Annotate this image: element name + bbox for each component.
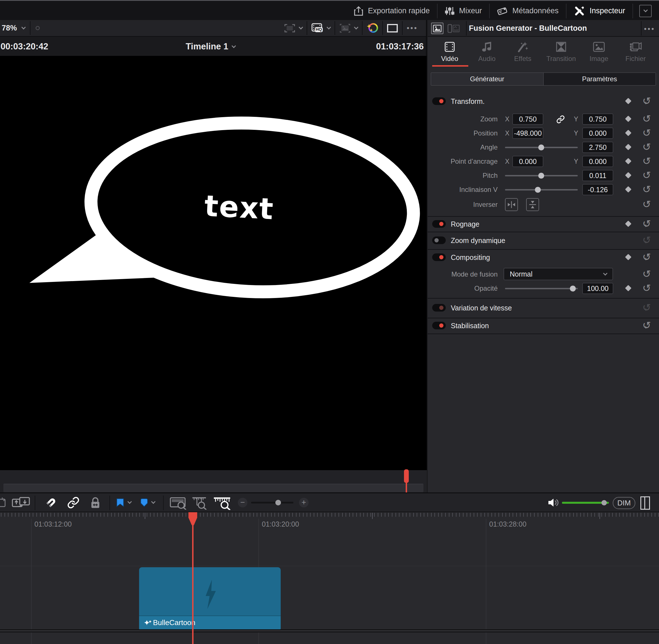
detail-zoom-button[interactable] (191, 493, 208, 512)
reset-section-button[interactable]: ↺+ (641, 251, 652, 263)
keyframe-diamond-icon[interactable] (625, 221, 632, 227)
timeline-tracks[interactable]: ✦✦ BulleCartoon (0, 532, 659, 644)
subtab-generator[interactable]: Générateur (431, 73, 544, 85)
volume-slider[interactable] (562, 502, 609, 504)
keyframe-diamond-icon[interactable] (625, 116, 632, 122)
tab-image[interactable]: Image (580, 37, 618, 67)
safe-area-button[interactable] (383, 20, 402, 36)
slider-knob[interactable] (602, 500, 607, 505)
tab-audio[interactable]: Audio (468, 37, 506, 67)
snapping-button[interactable] (45, 493, 57, 512)
keyframe-diamond-icon[interactable] (625, 130, 632, 136)
opacity-slider[interactable] (505, 288, 578, 289)
color-viewer-button[interactable] (362, 20, 382, 36)
yaw-input[interactable]: -0.126 (582, 184, 613, 195)
reset-button[interactable]: ↺ (641, 127, 652, 139)
keyframe-diamond-icon[interactable] (625, 285, 632, 292)
mixer-button[interactable]: Mixeur (438, 1, 489, 21)
mixer-panel-button[interactable] (640, 497, 650, 510)
reset-button[interactable]: ↺ (641, 268, 652, 280)
viewer-canvas[interactable]: text (0, 56, 427, 470)
tab-video[interactable]: Vidéo (430, 37, 469, 67)
dynamic-zoom-toggle[interactable] (432, 236, 446, 244)
tab-effects[interactable]: Effets (503, 37, 542, 67)
link-xy-icon[interactable] (556, 115, 565, 123)
pitch-input[interactable]: 0.011 (582, 170, 613, 181)
reset-button[interactable]: ↺ (641, 199, 652, 210)
viewer-options-button[interactable]: ••• (403, 20, 422, 36)
viewer-scrubber[interactable] (3, 484, 423, 492)
viewer-scale-menu[interactable] (280, 20, 307, 36)
timeline-zoom-slider[interactable] (251, 502, 293, 503)
zoom-y-input[interactable]: 0.750 (582, 113, 613, 125)
viewer-playhead[interactable] (404, 469, 409, 483)
dim-button[interactable]: DIM (613, 497, 635, 509)
timeline-view-button[interactable] (0, 493, 6, 512)
full-extent-zoom-button[interactable] (169, 493, 187, 512)
blend-mode-select[interactable]: Normal (503, 268, 613, 280)
mute-button[interactable] (548, 493, 559, 512)
keyframe-diamond-icon[interactable] (625, 186, 632, 193)
crop-toggle[interactable] (432, 220, 446, 228)
reset-section-button[interactable]: ↺+ (641, 95, 652, 107)
zoom-out-button[interactable]: − (238, 498, 248, 507)
compositing-toggle[interactable] (432, 253, 446, 261)
reset-section-button[interactable]: ↺+ (641, 302, 652, 313)
tab-transition[interactable]: Transition (542, 37, 580, 67)
metadata-button[interactable]: Métadonnées (490, 1, 566, 21)
linked-selection-button[interactable] (67, 493, 79, 512)
reset-button[interactable]: ↺ (641, 113, 652, 124)
split-inspector-toggle[interactable] (446, 23, 461, 34)
reset-section-button[interactable]: ↺+ (641, 234, 652, 246)
viewer-zoom-select[interactable]: 78% (2, 20, 25, 36)
clip-inspector-toggle[interactable] (431, 23, 444, 34)
reset-button[interactable]: ↺ (641, 184, 652, 195)
inspector-button[interactable]: Inspecteur (566, 1, 633, 21)
position-x-input[interactable]: -498.000 (512, 128, 543, 139)
keyframe-diamond-icon[interactable] (625, 98, 632, 105)
zoom-in-button[interactable]: + (299, 498, 309, 507)
keyframe-diamond-icon[interactable] (625, 158, 632, 164)
slider-knob[interactable] (275, 500, 281, 505)
proxy-quality-menu[interactable]: HQ (307, 20, 335, 36)
flip-vertical-button[interactable] (526, 198, 539, 211)
timeline-selector[interactable]: Timeline 1 (186, 37, 235, 56)
reset-button[interactable]: ↺ (641, 141, 652, 153)
viewer-overlay-menu[interactable] (335, 20, 362, 36)
keyframe-diamond-icon[interactable] (625, 254, 632, 260)
quick-export-button[interactable]: Exportation rapide (347, 1, 437, 21)
stabilization-toggle[interactable] (432, 322, 446, 329)
yaw-slider[interactable] (505, 189, 578, 190)
slider-knob[interactable] (538, 144, 544, 151)
timeline-clip[interactable]: ✦✦ BulleCartoon (139, 567, 281, 629)
transform-toggle[interactable] (432, 97, 446, 105)
slider-knob[interactable] (535, 187, 541, 193)
opacity-input[interactable]: 100.00 (582, 283, 613, 294)
swap-timeline-button[interactable] (11, 493, 31, 512)
inspector-more-button[interactable]: ••• (644, 25, 655, 33)
anchor-x-input[interactable]: 0.000 (512, 156, 543, 167)
reset-button[interactable]: ↺ (641, 169, 652, 181)
keyframe-diamond-icon[interactable] (625, 172, 632, 179)
tab-file[interactable]: Fichier (616, 37, 655, 67)
subtab-settings[interactable]: Paramètres (544, 73, 656, 85)
marker-menu[interactable] (140, 493, 155, 512)
timeline-playhead-line[interactable] (192, 512, 193, 644)
angle-slider[interactable] (505, 147, 578, 148)
position-y-input[interactable]: 0.000 (582, 128, 613, 139)
custom-zoom-button[interactable] (213, 493, 231, 512)
flag-menu[interactable] (116, 493, 131, 512)
timeline-ruler[interactable]: 01:03:12:00 01:03:20:00 01:03:28:00 (0, 512, 659, 532)
angle-input[interactable]: 2.750 (582, 142, 613, 153)
slider-knob[interactable] (570, 285, 576, 292)
anchor-y-input[interactable]: 0.000 (582, 156, 613, 167)
reset-section-button[interactable]: ↺+ (641, 320, 652, 331)
reset-button[interactable]: ↺ (641, 282, 652, 294)
reset-section-button[interactable]: ↺+ (641, 218, 652, 229)
speed-change-toggle[interactable] (432, 304, 446, 312)
collapse-panel-button[interactable] (639, 5, 652, 17)
reset-button[interactable]: ↺ (641, 156, 652, 167)
keyframe-diamond-icon[interactable] (625, 144, 632, 151)
slider-knob[interactable] (538, 173, 544, 179)
pitch-slider[interactable] (505, 175, 578, 176)
